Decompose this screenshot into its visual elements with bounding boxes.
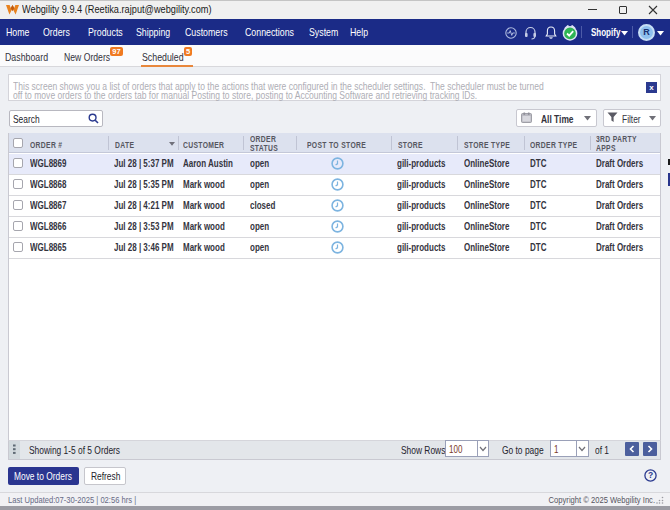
svg-text:?: ? <box>648 470 653 480</box>
